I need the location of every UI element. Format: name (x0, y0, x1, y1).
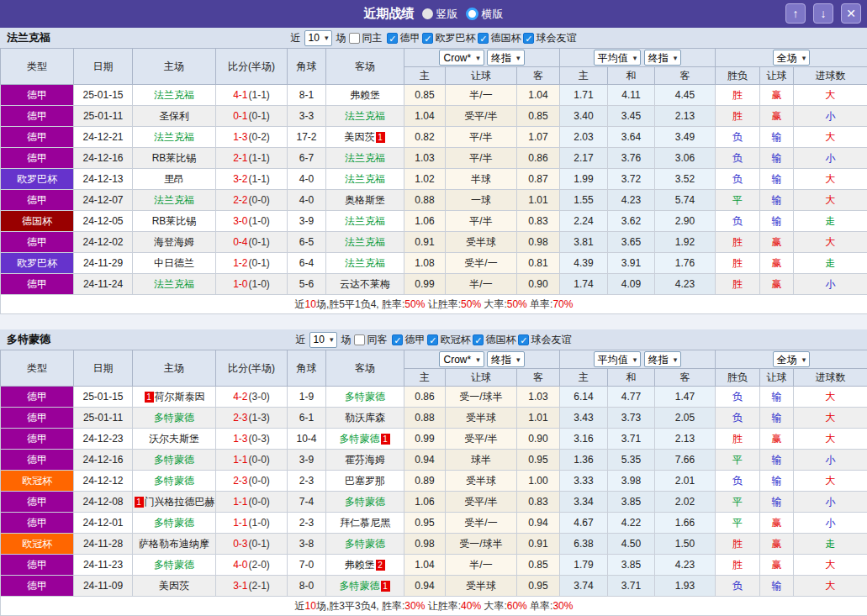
dropdown-arrow-icon: ▾ (516, 51, 521, 65)
dropdown-arrow-icon: ▾ (674, 51, 678, 65)
league-filter-label: 德国杯 (490, 31, 521, 45)
cell-avg-0: 3.43 (560, 408, 608, 429)
half-score: (1-0) (249, 517, 270, 529)
league-filter-checkbox[interactable]: ✓球会友谊 (523, 31, 576, 45)
cell-result-0: 负 (716, 471, 760, 492)
full-score: 2-3 (233, 475, 247, 487)
checkbox-icon[interactable]: ✓ (387, 33, 398, 44)
cell-result-1: 输 (760, 471, 794, 492)
avg-source-select[interactable]: 平均值▾ (594, 50, 642, 66)
league-filter-checkbox[interactable]: ✓德甲 (392, 333, 425, 347)
league-filter-checkbox[interactable]: ✓德甲 (387, 31, 420, 45)
final-odds-select[interactable]: 终指▾ (487, 50, 525, 66)
cell-result-0: 胜 (716, 534, 760, 555)
odds-source-select[interactable]: Crow*▾ (439, 351, 484, 367)
dropdown-arrow-icon: ▾ (516, 353, 521, 366)
cell-date: 24-12-02 (74, 232, 133, 253)
layout-radio-horizontal[interactable]: 横版 (466, 7, 504, 22)
home-team-name: 荷尔斯泰因 (155, 391, 205, 403)
avg-source-select[interactable]: 平均值▾ (594, 351, 642, 367)
cell-avg-1: 3.65 (608, 232, 655, 253)
full-score: 3-0 (233, 215, 247, 227)
close-button[interactable]: ✕ (841, 3, 861, 24)
cell-result-1: 输 (760, 148, 794, 169)
cell-avg-0: 4.67 (560, 513, 608, 534)
league-filters: ✓德甲✓欧罗巴杯✓德国杯✓球会友谊 (387, 31, 576, 45)
same-venue-checkbox[interactable]: 同主 (349, 31, 382, 45)
league-filter-checkbox[interactable]: ✓球会友谊 (518, 333, 571, 347)
cell-date: 24-12-21 (74, 127, 133, 148)
checkbox-icon[interactable] (349, 33, 360, 44)
cell-odds-0: 0.89 (404, 471, 446, 492)
col-header-avg-draw: 和 (608, 369, 655, 387)
checkbox-icon[interactable]: ✓ (392, 334, 403, 345)
checkbox-icon[interactable] (354, 334, 365, 345)
cell-away-team: 法兰克福 (326, 106, 404, 127)
cell-corner: 6-5 (288, 232, 326, 253)
half-score: (3-0) (249, 391, 270, 403)
league-filter-checkbox[interactable]: ✓欧罗巴杯 (422, 31, 475, 45)
final-odds-select[interactable]: 终指▾ (487, 351, 525, 367)
team-section: 法兰克福 近 10 ▾ 场 同主 ✓德甲✓欧罗巴杯✓德国杯✓球会友谊 (0, 28, 867, 329)
cell-date: 24-12-07 (74, 190, 133, 211)
cell-avg-2: 5.74 (655, 190, 716, 211)
recent-count-select[interactable]: 10 ▾ (304, 30, 333, 46)
cell-result-1: 输 (760, 190, 794, 211)
half-score: (0-1) (249, 538, 270, 550)
cell-home-team: 多特蒙德 (133, 555, 216, 576)
home-team-name: 法兰克福 (154, 194, 194, 206)
cell-home-team: 海登海姆 (133, 232, 216, 253)
red-card-badge: 1 (381, 434, 390, 445)
cell-result-1: 输 (760, 211, 794, 232)
move-up-button[interactable]: ↑ (785, 3, 806, 24)
odds-group-header: Crow*▾ 终指▾ (404, 49, 560, 67)
games-label: 场 (341, 333, 351, 347)
checkbox-icon[interactable]: ✓ (478, 33, 489, 44)
radio-selected-icon[interactable] (466, 8, 478, 20)
away-team-name: 巴塞罗那 (345, 475, 385, 487)
league-type-badge: 德甲 (1, 555, 74, 576)
cell-odds-0: 1.04 (404, 106, 446, 127)
league-filter-checkbox[interactable]: ✓欧冠杯 (427, 333, 470, 347)
cell-score: 1-1(1-0) (216, 513, 288, 534)
match-scope-select[interactable]: 全场▾ (773, 351, 811, 367)
match-scope-select[interactable]: 全场▾ (773, 50, 811, 66)
summary-segment: 单率: (527, 600, 553, 612)
dropdown-arrow-icon: ▾ (674, 353, 678, 366)
checkbox-icon[interactable]: ✓ (473, 334, 484, 345)
full-score: 0-4 (233, 236, 247, 248)
cell-date: 24-12-16 (74, 450, 133, 471)
same-venue-checkbox[interactable]: 同客 (354, 333, 387, 347)
cell-away-team: 美因茨1 (326, 127, 404, 148)
final-odds-select-2[interactable]: 终指▾ (644, 50, 682, 66)
league-filter-checkbox[interactable]: ✓德国杯 (478, 31, 521, 45)
cell-result-1: 赢 (760, 513, 794, 534)
checkbox-icon[interactable]: ✓ (427, 334, 438, 345)
cell-avg-1: 3.98 (608, 471, 655, 492)
move-down-button[interactable]: ↓ (813, 3, 833, 24)
checkbox-icon[interactable]: ✓ (518, 334, 529, 345)
summary-segment: 50% (404, 298, 425, 310)
final-odds-select-2[interactable]: 终指▾ (644, 351, 682, 367)
recent-count-select[interactable]: 10 ▾ (309, 332, 338, 348)
cell-avg-1: 4.77 (608, 387, 655, 408)
checkbox-icon[interactable]: ✓ (422, 33, 433, 44)
page-title: 近期战绩 (364, 6, 415, 22)
col-header-goals: 进球数 (794, 67, 867, 85)
avg-source-value: 平均值 (598, 51, 628, 65)
away-team-name: 法兰克福 (345, 152, 385, 164)
cell-avg-0: 2.17 (560, 148, 608, 169)
half-score: (1-1) (249, 89, 270, 101)
radio-icon[interactable] (422, 8, 433, 19)
cell-result-2: 小 (794, 450, 867, 471)
col-header-handicap: 让球 (446, 67, 517, 85)
dropdown-arrow-icon: ▾ (802, 353, 806, 366)
checkbox-icon[interactable]: ✓ (523, 33, 534, 44)
avg-group-header: 平均值▾ 终指▾ (560, 49, 716, 67)
full-score: 1-1 (233, 496, 247, 508)
cell-result-1: 输 (760, 576, 794, 597)
layout-radio-vertical[interactable]: 竖版 (422, 7, 458, 22)
odds-source-select[interactable]: Crow*▾ (439, 50, 484, 66)
cell-odds-0: 0.82 (404, 127, 446, 148)
league-filter-checkbox[interactable]: ✓德国杯 (473, 333, 515, 347)
